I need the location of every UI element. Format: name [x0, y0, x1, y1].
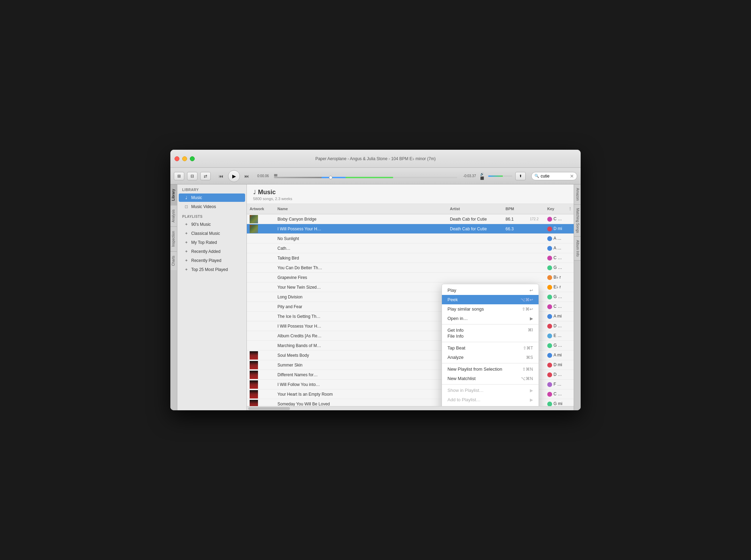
row-more: [565, 218, 574, 220]
context-play-similar-shortcut: ⇧⌘↩: [522, 307, 533, 312]
context-add-to-playlist-label: Add to Playlist…: [447, 397, 481, 402]
forward-button[interactable]: ⏭: [242, 171, 252, 181]
sidebar-item-recently-played[interactable]: ✦ Recently Played: [179, 256, 245, 265]
maximize-button[interactable]: [190, 156, 195, 161]
artwork-cell: [247, 380, 275, 389]
album-info-tab[interactable]: Album Info: [574, 237, 581, 261]
artwork-cell: [247, 399, 275, 406]
song-key: D mi: [544, 361, 565, 369]
context-new-playlist[interactable]: New Playlist from Selection ⇧⌘N: [442, 364, 539, 374]
search-clear-button[interactable]: ✕: [570, 173, 574, 179]
music-videos-icon: ⊡: [184, 204, 189, 209]
col-name[interactable]: Name: [275, 205, 447, 213]
sidebar-item-recently-added[interactable]: ✦ Recently Added: [179, 247, 245, 256]
inspection-tab[interactable]: Inspection: [170, 227, 177, 251]
song-key: G ma: [544, 264, 565, 271]
context-file-info-label: File Info: [447, 333, 463, 339]
playlist-icon-4: ✦: [184, 258, 189, 263]
artwork-cell: [247, 341, 275, 350]
song-key: G ma: [544, 293, 565, 300]
context-play-similar[interactable]: Play similar songs ⇧⌘↩: [442, 304, 539, 314]
artwork-cell: [247, 282, 275, 292]
sidebar-item-my-top-rated[interactable]: ✦ My Top Rated: [179, 238, 245, 247]
sidebar-item-classical[interactable]: ✦ Classical Music: [179, 229, 245, 238]
time-remaining: -0:03.37: [459, 174, 476, 178]
progress-bar[interactable]: [274, 177, 457, 178]
song-bpm2: [527, 277, 544, 279]
upload-btn[interactable]: ⬆: [515, 172, 526, 180]
sidebar-recently-added-label: Recently Added: [191, 249, 220, 254]
context-tap-beat[interactable]: Tap Beat ⇧⌘T: [442, 343, 539, 353]
col-bpm[interactable]: BPM: [503, 205, 527, 213]
time-elapsed: 0:00.06: [257, 174, 272, 178]
artwork-cell: [247, 214, 275, 224]
rewind-button[interactable]: ⏮: [216, 171, 226, 181]
shuffle-btn[interactable]: ⇄: [200, 172, 211, 180]
charts-tab[interactable]: Charts: [170, 251, 177, 270]
context-show-arrow: ▶: [530, 388, 533, 393]
barcode-icon: |||||||||||: [274, 174, 457, 176]
search-icon: 🔍: [534, 174, 539, 178]
row-more: [565, 296, 574, 298]
row-more: [565, 257, 574, 259]
sidebar-classical-label: Classical Music: [191, 231, 220, 236]
song-name: Bixby Canyon Bridge: [275, 216, 447, 223]
right-side-tabs: Amazon Matching Songs Album Info: [574, 184, 581, 410]
playback-controls: ⏮ ▶ ⏭: [216, 170, 252, 182]
artwork-cell: [247, 351, 275, 360]
context-analyze[interactable]: Analyze ⌘S: [442, 353, 539, 362]
analysis-tab[interactable]: Analysis: [170, 205, 177, 227]
song-bpm2: [527, 267, 544, 269]
col-key[interactable]: Key: [544, 205, 565, 213]
table-row[interactable]: Cath… A ma: [247, 244, 574, 253]
table-row[interactable]: No Sunlight A ma: [247, 234, 574, 244]
search-box[interactable]: 🔍 ✕: [531, 172, 577, 180]
library-tab[interactable]: Library: [170, 184, 177, 205]
song-bpm2: [527, 257, 544, 259]
artwork-cell: [247, 370, 275, 379]
sidebar-item-music[interactable]: ♩ Music: [179, 193, 245, 202]
col-more[interactable]: ⋮: [565, 205, 574, 213]
sidebar-item-music-videos[interactable]: ⊡ Music Videos: [179, 203, 245, 211]
context-open-in-arrow: ▶: [530, 316, 533, 321]
table-row[interactable]: I Will Possess Your H… Death Cab for Cut…: [247, 224, 574, 234]
separator-3: [442, 363, 539, 363]
view-toggle-btn[interactable]: ⊞: [174, 172, 184, 180]
search-input[interactable]: [541, 174, 568, 179]
artwork-cell: [247, 263, 275, 272]
col-bpm2: [527, 205, 544, 213]
context-new-matchlist[interactable]: New Matchlist ⌥⌘N: [442, 374, 539, 383]
sidebar-item-90s-music[interactable]: ✦ 90's Music: [179, 220, 245, 229]
context-open-in[interactable]: Open in… ▶: [442, 314, 539, 323]
table-row[interactable]: Grapevine Fires B♭ r: [247, 273, 574, 282]
sidebar-item-top-25[interactable]: ✦ Top 25 Most Played: [179, 265, 245, 274]
table-row[interactable]: Talking Bird C ma: [247, 253, 574, 263]
song-key: D ma: [544, 322, 565, 330]
audio-mode-icon[interactable]: 🔊: [480, 172, 484, 176]
horizontal-scrollbar[interactable]: [247, 406, 574, 410]
folder-btn[interactable]: ⊟: [187, 172, 197, 180]
context-analyze-label: Analyze: [447, 355, 463, 360]
amazon-tab[interactable]: Amazon: [574, 184, 581, 205]
context-show-in-playlist-label: Show in Playlist…: [447, 388, 484, 393]
title-bar: Paper Aeroplane - Angus & Julia Stone - …: [170, 150, 581, 168]
context-peek[interactable]: Peek ⌥⌘↩: [442, 295, 539, 304]
row-more: [565, 277, 574, 279]
close-button[interactable]: [175, 156, 179, 161]
context-play[interactable]: Play ↩: [442, 286, 539, 295]
matching-songs-tab[interactable]: Matching Songs: [574, 205, 581, 237]
col-artist[interactable]: Artist: [447, 205, 503, 213]
table-row[interactable]: Bixby Canyon Bridge Death Cab for Cutie …: [247, 214, 574, 224]
artwork-cell: [247, 273, 275, 282]
song-count: 5800 songs, 2.3 weeks: [253, 197, 567, 201]
table-row[interactable]: You Can Do Better Th… G ma: [247, 263, 574, 273]
left-side-tabs: Library Analysis Inspection Charts: [170, 184, 177, 410]
artwork-cell: [247, 321, 275, 331]
volume-slider[interactable]: [488, 175, 512, 177]
scrollbar-thumb[interactable]: [248, 407, 290, 410]
context-get-info[interactable]: Get Info ⌘I File Info: [442, 326, 539, 341]
song-key: E♭ r: [544, 283, 565, 291]
minimize-button[interactable]: [182, 156, 187, 161]
play-button[interactable]: ▶: [228, 170, 240, 182]
song-bpm2: [527, 247, 544, 249]
